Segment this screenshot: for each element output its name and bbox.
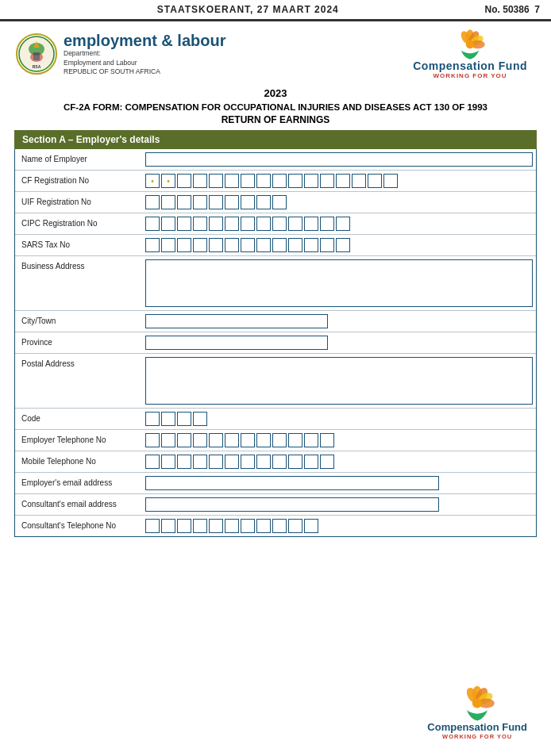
input-consultant-email[interactable] (142, 494, 536, 515)
sars-box-9[interactable] (272, 238, 287, 252)
cf-box-7[interactable] (241, 174, 255, 188)
emp-tel-box-6[interactable] (225, 433, 239, 447)
sars-box-2[interactable] (161, 238, 175, 252)
emp-tel-box-3[interactable] (177, 433, 191, 447)
cipc-box-8[interactable] (256, 217, 271, 231)
cipc-box-5[interactable] (209, 217, 223, 231)
sars-box-12[interactable] (320, 238, 334, 252)
code-box-1[interactable] (145, 412, 160, 426)
input-mobile-tel[interactable] (142, 451, 536, 472)
cf-box-12[interactable] (320, 174, 334, 188)
cipc-box-11[interactable] (304, 217, 318, 231)
cipc-box-3[interactable] (177, 217, 191, 231)
cf-box-3[interactable] (177, 174, 191, 188)
con-tel-box-11[interactable] (304, 519, 318, 533)
con-tel-box-6[interactable] (225, 519, 239, 533)
cipc-box-9[interactable] (272, 217, 287, 231)
input-business-address[interactable] (142, 256, 536, 310)
sars-box-7[interactable] (241, 238, 255, 252)
con-tel-box-4[interactable] (193, 519, 207, 533)
emp-tel-box-12[interactable] (320, 433, 334, 447)
cipc-box-4[interactable] (193, 217, 207, 231)
employer-name-input[interactable] (145, 152, 533, 167)
mob-tel-box-9[interactable] (272, 455, 287, 469)
cf-box-13[interactable] (336, 174, 350, 188)
uif-box-2[interactable] (161, 195, 175, 209)
input-employer-tel[interactable] (142, 430, 536, 451)
city-town-input[interactable] (145, 314, 328, 328)
uif-box-9[interactable] (272, 195, 287, 209)
cf-box-10[interactable] (288, 174, 302, 188)
sars-box-4[interactable] (193, 238, 207, 252)
mob-tel-box-6[interactable] (225, 455, 239, 469)
sars-box-5[interactable] (209, 238, 223, 252)
mob-tel-box-3[interactable] (177, 455, 191, 469)
input-cipc-reg[interactable] (142, 213, 536, 234)
cipc-box-10[interactable] (288, 217, 302, 231)
emp-tel-box-10[interactable] (288, 433, 302, 447)
con-tel-box-10[interactable] (288, 519, 302, 533)
emp-tel-box-5[interactable] (209, 433, 223, 447)
consultant-email-input[interactable] (145, 497, 439, 512)
con-tel-box-9[interactable] (272, 519, 287, 533)
emp-tel-box-8[interactable] (256, 433, 271, 447)
input-uif-reg[interactable] (142, 192, 536, 213)
mob-tel-box-12[interactable] (320, 455, 334, 469)
emp-tel-box-4[interactable] (193, 433, 207, 447)
code-box-4[interactable] (193, 412, 207, 426)
cf-box-dot2[interactable]: • (161, 174, 175, 188)
uif-box-8[interactable] (256, 195, 271, 209)
cf-box-11[interactable] (304, 174, 318, 188)
sars-box-13[interactable] (336, 238, 350, 252)
emp-tel-box-7[interactable] (241, 433, 255, 447)
cipc-box-12[interactable] (320, 217, 334, 231)
cf-box-15[interactable] (368, 174, 382, 188)
uif-box-3[interactable] (177, 195, 191, 209)
postal-address-textarea[interactable] (145, 357, 533, 405)
emp-tel-box-1[interactable] (145, 433, 160, 447)
employer-email-input[interactable] (145, 476, 439, 490)
con-tel-box-7[interactable] (241, 519, 255, 533)
sars-box-6[interactable] (225, 238, 239, 252)
con-tel-box-5[interactable] (209, 519, 223, 533)
sars-box-11[interactable] (304, 238, 318, 252)
code-box-3[interactable] (177, 412, 191, 426)
cf-box-5[interactable] (209, 174, 223, 188)
sars-box-1[interactable] (145, 238, 160, 252)
con-tel-box-2[interactable] (161, 519, 175, 533)
con-tel-box-8[interactable] (256, 519, 271, 533)
input-cf-reg[interactable]: • • (142, 171, 536, 191)
mob-tel-box-10[interactable] (288, 455, 302, 469)
uif-box-6[interactable] (225, 195, 239, 209)
cf-box-16[interactable] (383, 174, 398, 188)
uif-box-7[interactable] (241, 195, 255, 209)
mob-tel-box-7[interactable] (241, 455, 255, 469)
cipc-box-13[interactable] (336, 217, 350, 231)
input-employer-email[interactable] (142, 473, 536, 493)
emp-tel-box-2[interactable] (161, 433, 175, 447)
cf-box-dot1[interactable]: • (145, 174, 160, 188)
cf-box-9[interactable] (272, 174, 287, 188)
uif-box-4[interactable] (193, 195, 207, 209)
uif-box-5[interactable] (209, 195, 223, 209)
cipc-box-2[interactable] (161, 217, 175, 231)
business-address-textarea[interactable] (145, 259, 533, 307)
mob-tel-box-8[interactable] (256, 455, 271, 469)
uif-box-1[interactable] (145, 195, 160, 209)
mob-tel-box-4[interactable] (193, 455, 207, 469)
cipc-box-7[interactable] (241, 217, 255, 231)
input-sars-tax[interactable] (142, 235, 536, 255)
input-employer-name[interactable] (142, 149, 536, 170)
mob-tel-box-2[interactable] (161, 455, 175, 469)
mob-tel-box-1[interactable] (145, 455, 160, 469)
code-box-2[interactable] (161, 412, 175, 426)
input-code[interactable] (142, 409, 536, 429)
emp-tel-box-9[interactable] (272, 433, 287, 447)
province-input[interactable] (145, 336, 328, 350)
sars-box-8[interactable] (256, 238, 271, 252)
con-tel-box-1[interactable] (145, 519, 160, 533)
cf-box-8[interactable] (256, 174, 271, 188)
emp-tel-box-11[interactable] (304, 433, 318, 447)
input-consultant-tel[interactable] (142, 516, 536, 536)
con-tel-box-3[interactable] (177, 519, 191, 533)
